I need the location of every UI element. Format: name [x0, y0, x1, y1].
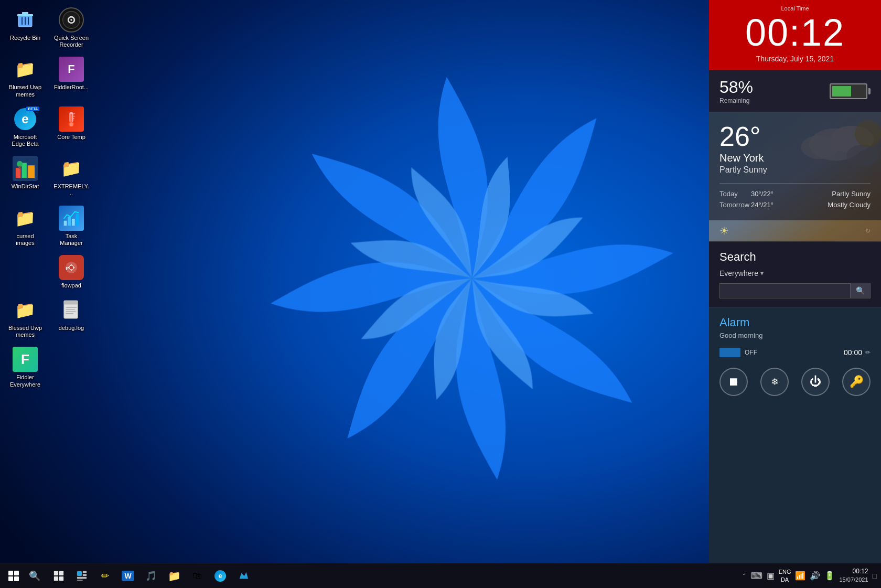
svg-rect-46	[59, 571, 63, 575]
alarm-edit-icon[interactable]: ✏	[865, 349, 871, 356]
forecast-condition-0: 30°/22°	[751, 190, 832, 198]
svg-rect-45	[54, 571, 58, 575]
weather-forecast-row-0: Today 30°/22° Partly Sunny	[719, 190, 871, 198]
windirstat-icon[interactable]: WinDirStat	[5, 154, 45, 199]
forecast-condition-1: 24°/21°	[751, 201, 828, 209]
alarm-title: Alarm	[719, 316, 871, 329]
svg-rect-53	[77, 580, 83, 581]
taskbar-search-button[interactable]: 🔍	[25, 566, 44, 585]
wifi-icon[interactable]: 📶	[795, 571, 805, 581]
taskbar-task-view[interactable]	[48, 565, 69, 586]
taskbar-file-explorer[interactable]: 📁	[164, 565, 185, 586]
alarm-key-button[interactable]: 🔑	[842, 368, 871, 396]
taskbar-word[interactable]: W	[117, 565, 138, 586]
alarm-time-value: 00:00	[844, 348, 862, 357]
cursed-images-icon[interactable]: 📁 cursed images	[5, 204, 45, 249]
blursed-uwp-memes-label: Blursed Uwp memes	[7, 84, 43, 98]
power-icon: ⏻	[810, 375, 821, 389]
taskbar-clock-time: 00:12	[839, 567, 868, 576]
microsoft-edge-beta-icon-img: e BETA	[13, 106, 38, 132]
taskbar-clock[interactable]: 00:12 15/07/2021	[839, 567, 868, 584]
key-icon: 🔑	[850, 375, 864, 389]
stop-icon: ⏹	[728, 375, 739, 389]
ms-store-icon: 🛍	[192, 570, 202, 581]
taskbar-search-icon: 🔍	[29, 570, 40, 582]
desktop-icon-row-2: e BETA Microsoft Edge Beta	[5, 104, 91, 149]
recycle-bin-icon[interactable]: Recycle Bin	[5, 5, 45, 50]
alarm-snooze-button[interactable]: ❄	[760, 368, 789, 396]
alarm-time: 00:00 ✏	[844, 348, 871, 357]
blursed-uwp-memes-icon[interactable]: 📁 Blursed Uwp memes	[5, 55, 45, 100]
battery-percent: 58%	[719, 78, 753, 97]
notification-area-icon[interactable]: □	[873, 572, 877, 580]
svg-rect-19	[16, 168, 21, 178]
desktop-icon-row-3: WinDirStat 📁 EXTREMELY...	[5, 154, 91, 199]
blessed-uwp-memes-label: Blessed Uwp memes	[7, 325, 43, 338]
svg-rect-3	[22, 12, 28, 14]
extremely-icon[interactable]: 📁 EXTREMELY...	[51, 154, 91, 199]
taskbar-right: ⌃ ⌨ ▣ ENG DA 📶 🔊 🔋 00:12 15/07/2021 □	[742, 567, 877, 584]
start-button[interactable]	[4, 566, 23, 585]
weather-condition: Partly Sunny	[719, 165, 871, 175]
svg-rect-47	[54, 576, 58, 580]
svg-rect-28	[76, 213, 79, 226]
alarm-stop-button[interactable]: ⏹	[719, 368, 748, 396]
core-temp-label: Core Temp	[57, 134, 85, 141]
file-explorer-icon: 📁	[168, 570, 181, 582]
alarm-power-button[interactable]: ⏻	[801, 368, 830, 396]
blessed-uwp-memes-icon[interactable]: 📁 Blessed Uwp memes	[5, 295, 45, 340]
fiddlerroot-label: FiddlerRoot...	[54, 84, 89, 91]
keyboard-icon[interactable]: ⌨	[750, 571, 762, 581]
desktop: Recycle Bin Quick Screen Recorder 📁 Bl	[0, 0, 881, 563]
system-tray-expand-icon[interactable]: ⌃	[742, 573, 746, 579]
forecast-temps-0: Partly Sunny	[832, 190, 871, 198]
svg-rect-48	[59, 576, 63, 580]
taskview-corner-icon[interactable]: ▣	[767, 571, 775, 581]
svg-rect-34	[64, 301, 78, 305]
taskbar-language[interactable]: ENG DA	[779, 568, 791, 583]
taskbar-paint[interactable]: ✏	[94, 565, 115, 586]
recycle-bin-label: Recycle Bin	[10, 35, 40, 41]
fiddler-everywhere-icon[interactable]: F Fiddler Everywhere	[5, 345, 45, 390]
alarm-toggle-switch[interactable]	[719, 348, 740, 357]
battery-fill	[832, 86, 851, 97]
svg-point-31	[69, 265, 73, 269]
taskbar-widgets[interactable]	[71, 565, 92, 586]
fiddlerroot-icon[interactable]: F FiddlerRoot...	[51, 55, 91, 100]
desktop-icon-row-0: Recycle Bin Quick Screen Recorder	[5, 5, 91, 50]
weather-content: 26° New York Partly Sunny Today 30°/22° …	[709, 112, 881, 220]
quick-screen-recorder-icon[interactable]: Quick Screen Recorder	[51, 5, 91, 50]
recycle-bin-icon-img	[13, 7, 38, 33]
taskbar-music[interactable]: 🎵	[141, 565, 162, 586]
search-scope-dropdown[interactable]: Everywhere ▾	[719, 269, 871, 277]
desktop-icon-row-6: 📁 Blessed Uwp memes debug.log	[5, 295, 91, 340]
battery-section: 58% Remaining	[709, 70, 881, 112]
windirstat-label: WinDirStat	[12, 183, 39, 190]
taskbar-lang-sub: DA	[781, 576, 789, 583]
debug-log-icon[interactable]: debug.log	[51, 295, 91, 340]
taskbar-lang-code: ENG	[779, 568, 791, 575]
right-panel: Local Time 00:12 Thursday, July 15, 2021…	[709, 0, 881, 563]
alarm-control: OFF 00:00 ✏	[719, 348, 871, 357]
taskbar-edge[interactable]: e	[210, 565, 231, 586]
core-temp-icon-img	[59, 106, 84, 132]
svg-rect-27	[72, 218, 75, 225]
word-icon: W	[122, 571, 134, 581]
task-manager-icon[interactable]: Task Manager	[51, 204, 91, 249]
taskbar-azure[interactable]	[233, 565, 254, 586]
search-input[interactable]	[719, 283, 851, 298]
svg-rect-51	[83, 574, 87, 576]
clock-local-time-label: Local Time	[717, 5, 873, 12]
core-temp-icon[interactable]: Core Temp	[51, 104, 91, 149]
microsoft-edge-beta-icon[interactable]: e BETA Microsoft Edge Beta	[5, 104, 45, 149]
alarm-subtitle: Good morning	[719, 332, 871, 339]
clock-time: 00:12	[717, 14, 873, 51]
desktop-icon-row-4: 📁 cursed images Task Manager	[5, 204, 91, 249]
volume-icon[interactable]: 🔊	[810, 571, 820, 581]
flowpad-icon[interactable]: F flowpad	[51, 253, 91, 291]
search-button[interactable]: 🔍	[851, 283, 871, 298]
quick-screen-recorder-icon-img	[59, 7, 84, 33]
battery-tray-icon[interactable]: 🔋	[824, 571, 835, 581]
svg-point-13	[69, 122, 73, 126]
taskbar-ms-store[interactable]: 🛍	[187, 565, 208, 586]
